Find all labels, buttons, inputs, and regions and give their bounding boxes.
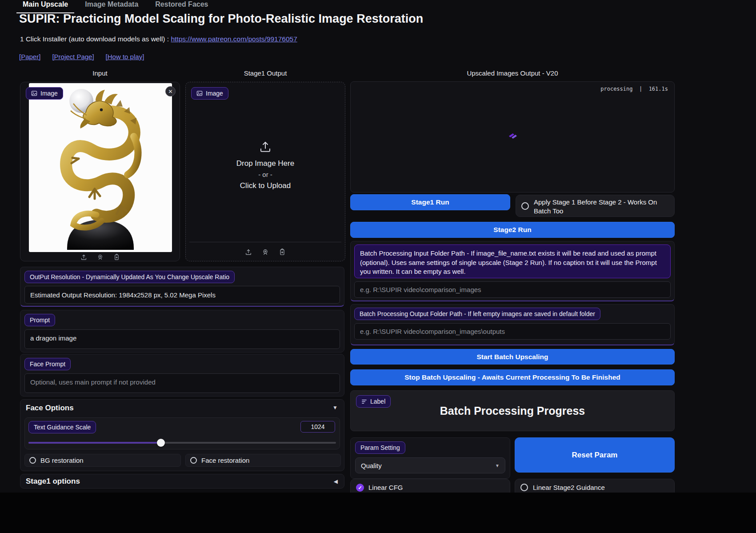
dragon-statue-image	[29, 83, 172, 252]
face-restoration-label: Face restoration	[201, 457, 249, 464]
resolution-badge-label: OutPut Resolution - Dynamically Updated …	[30, 273, 229, 281]
batch-output-group: Batch Processing Output Folder Path - If…	[350, 304, 675, 345]
face-prompt-badge: Face Prompt	[24, 358, 71, 370]
stage1-run-button[interactable]: Stage1 Run	[350, 194, 510, 210]
accordion-open-icon[interactable]: ▼	[332, 405, 338, 411]
prompt-group: Prompt a dragon image	[20, 310, 344, 353]
project-page-link[interactable]: [Project Page]	[52, 53, 94, 60]
tgs-slider-fill	[28, 442, 161, 444]
prompt-badge-label: Prompt	[30, 316, 50, 324]
upload-icon[interactable]	[245, 248, 252, 256]
dropzone-divider	[189, 242, 341, 242]
param-setting-badge: Param Setting	[355, 441, 405, 454]
bg-restoration-label: BG restoration	[40, 457, 84, 464]
image-icon	[196, 90, 203, 96]
drop-image-text: Drop Image Here	[186, 159, 345, 168]
batch-input-info: Batch Processing Input Folder Path - If …	[354, 244, 671, 278]
apply-stage1-radio[interactable]	[521, 202, 529, 210]
image-icon	[31, 90, 37, 96]
stage1-options-title[interactable]: Stage1 options	[26, 477, 80, 486]
bg-restoration-option[interactable]: BG restoration	[24, 454, 181, 467]
stage1-dropzone[interactable]: Image Drop Image Here - or - Click to Up…	[185, 82, 345, 261]
face-options-accordion: Face Options ▼ Text Guidance Scale 1024 …	[20, 399, 344, 471]
stage1-options-accordion: Stage1 options ◀	[20, 474, 344, 489]
dropzone-content[interactable]: Drop Image Here - or - Click to Upload	[186, 140, 345, 190]
batch-progress-panel: Label Batch Processing Progress	[350, 390, 675, 431]
installer-line: 1 Click Installer (auto download models …	[20, 35, 297, 43]
input-image-badge-label: Image	[40, 89, 58, 97]
face-restoration-option[interactable]: Face restoration	[185, 454, 341, 467]
input-image[interactable]	[29, 83, 172, 252]
input-image-panel[interactable]: Image ✕	[20, 82, 180, 261]
installer-text: 1 Click Installer (auto download models …	[20, 35, 171, 43]
face-restoration-radio[interactable]	[190, 457, 197, 464]
paste-icon[interactable]	[279, 248, 286, 256]
doc-links: [Paper] [Project Page] [How to play]	[19, 53, 144, 60]
face-prompt-group: Face Prompt	[20, 354, 344, 397]
tab-main-upscale[interactable]: Main Upscale	[16, 0, 74, 13]
face-prompt-field[interactable]	[24, 373, 340, 393]
status-separator: |	[639, 86, 642, 92]
text-guidance-badge: Text Guidance Scale	[28, 421, 96, 433]
accordion-closed-icon[interactable]: ◀	[334, 478, 338, 485]
param-setting-group: Param Setting Quality ▼	[350, 437, 510, 479]
face-prompt-badge-label: Face Prompt	[30, 360, 65, 368]
label-icon	[361, 399, 367, 405]
output-column-label: Upscaled Images Output - V20	[350, 69, 675, 77]
batch-progress-title: Batch Processing Progress	[351, 405, 674, 417]
paste-icon[interactable]	[113, 254, 120, 260]
tgs-slider-handle[interactable]	[157, 439, 165, 447]
prompt-badge: Prompt	[24, 314, 55, 326]
upscaled-output-panel: processing | 161.1s	[350, 81, 675, 192]
reset-param-button[interactable]: Reset Param	[515, 437, 675, 473]
webcam-icon[interactable]	[262, 248, 269, 256]
resolution-group: OutPut Resolution - Dynamically Updated …	[20, 267, 344, 307]
batch-output-badge: Batch Processing Output Folder Path - If…	[354, 308, 600, 320]
apply-stage1-option[interactable]: Apply Stage 1 Before Stage 2 - Works On …	[516, 195, 675, 217]
webcam-icon[interactable]	[97, 254, 104, 260]
stage1-column-label: Stage1 Output	[185, 69, 345, 77]
status-text: processing	[600, 86, 632, 92]
resolution-value-field[interactable]	[24, 286, 340, 304]
start-batch-button[interactable]: Start Batch Upscaling	[350, 349, 675, 365]
quality-dropdown-value: Quality	[361, 462, 382, 469]
dropzone-toolbar	[186, 248, 345, 256]
upload-tray-icon	[259, 140, 272, 153]
stop-batch-button[interactable]: Stop Batch Upscaling - Awaits Current Pr…	[350, 369, 675, 385]
text-guidance-slider[interactable]	[28, 442, 336, 444]
batch-input-path-field[interactable]	[354, 281, 671, 298]
bg-restoration-radio[interactable]	[29, 457, 36, 464]
chevron-down-icon: ▼	[495, 463, 500, 468]
face-options-title[interactable]: Face Options	[26, 404, 74, 413]
text-guidance-value[interactable]: 1024	[300, 421, 335, 433]
tab-restored-faces[interactable]: Restored Faces	[149, 0, 214, 13]
processing-status: processing | 161.1s	[600, 86, 668, 92]
input-column-label: Input	[20, 69, 180, 77]
tab-image-metadata[interactable]: Image Metadata	[79, 0, 144, 13]
or-text: - or -	[186, 171, 345, 178]
linear-cfg-label: Linear CFG	[368, 484, 403, 491]
processing-logo-icon	[508, 132, 518, 141]
linear-stage2-radio[interactable]	[520, 484, 528, 491]
param-setting-badge-label: Param Setting	[360, 444, 400, 452]
bottom-band	[0, 493, 756, 533]
status-time: 161.1s	[649, 86, 668, 92]
stage2-run-button[interactable]: Stage2 Run	[350, 222, 675, 238]
installer-link[interactable]: https://www.patreon.com/posts/99176057	[171, 35, 297, 43]
quality-dropdown[interactable]: Quality ▼	[355, 457, 505, 473]
click-to-upload-text[interactable]: Click to Upload	[186, 181, 345, 190]
batch-output-path-field[interactable]	[354, 323, 671, 340]
paper-link[interactable]: [Paper]	[19, 53, 40, 60]
linear-cfg-checkbox[interactable]: ✓	[356, 484, 364, 492]
batch-output-badge-label: Batch Processing Output Folder Path - If…	[360, 310, 595, 318]
text-guidance-badge-label: Text Guidance Scale	[34, 423, 91, 431]
prompt-field[interactable]: a dragon image	[24, 329, 340, 349]
batch-input-group: Batch Processing Input Folder Path - If …	[350, 241, 675, 301]
upload-icon[interactable]	[80, 254, 87, 260]
close-icon[interactable]: ✕	[165, 86, 176, 96]
input-image-badge: Image	[26, 87, 63, 100]
text-guidance-panel: Text Guidance Scale 1024	[24, 417, 340, 449]
how-to-play-link[interactable]: [How to play]	[106, 53, 144, 60]
resolution-badge: OutPut Resolution - Dynamically Updated …	[24, 271, 235, 283]
supir-app: Main Upscale Image Metadata Restored Fac…	[0, 0, 756, 533]
